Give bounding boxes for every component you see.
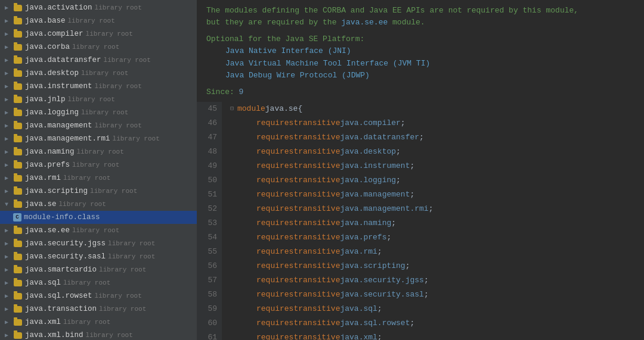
tree-item-java-activation[interactable]: ▶java.activationlibrary root bbox=[0, 1, 197, 14]
tree-item-java-management-rmi[interactable]: ▶java.management.rmilibrary root bbox=[0, 132, 197, 145]
tree-arrow: ▶ bbox=[5, 161, 13, 169]
tree-item-java-naming[interactable]: ▶java.naminglibrary root bbox=[0, 145, 197, 158]
dep-name: java.rmi bbox=[340, 246, 377, 258]
code-line: requires transitive java.rmi; bbox=[228, 245, 638, 259]
tree-item-label: library root bbox=[59, 201, 106, 208]
folder-icon bbox=[13, 200, 23, 208]
kw-transitive: transitive bbox=[293, 117, 340, 130]
code-content[interactable]: ⊟module java.se {requires transitive jav… bbox=[222, 102, 644, 340]
semicolon: ; bbox=[410, 189, 414, 201]
code-line: requires transitive java.compiler; bbox=[228, 116, 638, 130]
semicolon: ; bbox=[424, 275, 429, 287]
kw-requires: requires bbox=[256, 203, 293, 216]
tree-arrow: ▶ bbox=[5, 4, 13, 11]
kw-transitive: transitive bbox=[293, 217, 340, 230]
tree-item-java-instrument[interactable]: ▶java.instrumentlibrary root bbox=[0, 80, 197, 93]
tree-item-java-jnlp[interactable]: ▶java.jnlplibrary root bbox=[0, 93, 197, 106]
tree-item-java-compiler[interactable]: ▶java.compilerlibrary root bbox=[0, 27, 197, 40]
kw-requires: requires bbox=[256, 217, 293, 230]
module-name: java.se bbox=[265, 103, 298, 116]
tree-item-java-datatransfer[interactable]: ▶java.datatransferlibrary root bbox=[0, 54, 197, 67]
tree-item-name: java.logging bbox=[25, 108, 79, 117]
class-file-icon: C bbox=[13, 213, 21, 222]
tree-item-java-sql[interactable]: ▶java.sqllibrary root bbox=[0, 276, 197, 289]
folder-icon bbox=[13, 30, 23, 38]
kw-transitive: transitive bbox=[293, 332, 340, 340]
tree-item-label: library root bbox=[63, 279, 110, 286]
dep-name: java.datatransfer bbox=[340, 132, 419, 144]
tree-arrow: ▶ bbox=[5, 292, 13, 300]
line-number: 48 bbox=[202, 145, 217, 159]
since-value: 9 bbox=[239, 88, 244, 96]
dep-name: java.instrument bbox=[340, 160, 410, 173]
tree-item-java-scripting[interactable]: ▶java.scriptinglibrary root bbox=[0, 185, 197, 198]
kw-module: module bbox=[237, 103, 265, 116]
file-tree[interactable]: ▶java.activationlibrary root▶java.baseli… bbox=[0, 0, 197, 340]
tree-item-java-corba[interactable]: ▶java.corbalibrary root bbox=[0, 40, 197, 54]
doc-line2: but they are required by the java.se.ee … bbox=[206, 17, 634, 29]
tree-item-java-se-ee[interactable]: ▶java.se.eelibrary root bbox=[0, 224, 197, 237]
folder-icon bbox=[13, 95, 23, 104]
kw-transitive: transitive bbox=[293, 317, 340, 330]
folder-icon bbox=[13, 279, 23, 287]
kw-transitive: transitive bbox=[293, 232, 340, 244]
tree-arrow: ▶ bbox=[5, 83, 13, 90]
kw-requires: requires bbox=[256, 232, 293, 244]
tree-item-java-security-sasl[interactable]: ▶java.security.sasllibrary root bbox=[0, 250, 197, 263]
doc-link: java.se.ee bbox=[341, 18, 388, 27]
folder-icon bbox=[13, 82, 23, 91]
tree-item-module-info[interactable]: Cmodule-info.class bbox=[0, 211, 197, 224]
folder-icon bbox=[13, 17, 23, 25]
tree-item-label: library root bbox=[95, 83, 142, 90]
kw-transitive: transitive bbox=[293, 189, 340, 201]
kw-requires: requires bbox=[256, 246, 293, 258]
tree-item-java-rmi[interactable]: ▶java.rmilibrary root bbox=[0, 171, 197, 185]
folder-icon bbox=[13, 108, 23, 117]
code-line: requires transitive java.scripting; bbox=[228, 259, 638, 273]
tree-item-java-management[interactable]: ▶java.managementlibrary root bbox=[0, 119, 197, 132]
folder-icon bbox=[13, 305, 23, 313]
tree-arrow: ▶ bbox=[5, 135, 13, 142]
tree-item-java-prefs[interactable]: ▶java.prefslibrary root bbox=[0, 158, 197, 171]
tree-arrow: ▶ bbox=[5, 70, 13, 77]
tree-item-java-smartcardio[interactable]: ▶java.smartcardiolibrary root bbox=[0, 263, 197, 276]
dep-name: java.sql bbox=[340, 303, 377, 316]
folder-icon bbox=[13, 239, 23, 248]
tree-item-label: library root bbox=[95, 4, 142, 11]
tree-item-java-security-jgss[interactable]: ▶java.security.jgsslibrary root bbox=[0, 237, 197, 250]
tree-item-label: library root bbox=[113, 135, 160, 142]
kw-requires: requires bbox=[256, 132, 293, 144]
dep-name: java.prefs bbox=[340, 232, 386, 244]
tree-item-java-logging[interactable]: ▶java.logginglibrary root bbox=[0, 106, 197, 119]
tree-arrow: ▶ bbox=[5, 148, 13, 155]
semicolon: ; bbox=[377, 332, 382, 340]
dep-name: java.security.jgss bbox=[340, 275, 423, 287]
kw-requires: requires bbox=[256, 332, 293, 340]
tree-item-name: java.compiler bbox=[25, 30, 83, 38]
kw-requires: requires bbox=[256, 317, 293, 330]
tree-item-java-transaction[interactable]: ▶java.transactionlibrary root bbox=[0, 302, 197, 316]
doc-line1: The modules defining the CORBA and Java … bbox=[206, 5, 634, 17]
semicolon: ; bbox=[396, 146, 401, 158]
tree-arrow: ▶ bbox=[5, 17, 13, 24]
tree-item-java-base[interactable]: ▶java.baselibrary root bbox=[0, 14, 197, 27]
line-number: 49 bbox=[202, 159, 217, 173]
dep-name: java.naming bbox=[340, 217, 391, 230]
tree-item-java-sql-rowset[interactable]: ▶java.sql.rowsetlibrary root bbox=[0, 289, 197, 302]
tree-item-label: library root bbox=[81, 70, 128, 77]
code-line: requires transitive java.logging; bbox=[228, 173, 638, 188]
semicolon: ; bbox=[410, 317, 414, 330]
line-number: 46 bbox=[202, 116, 217, 130]
line-number: 61 bbox=[202, 330, 217, 340]
tree-arrow: ▶ bbox=[5, 253, 13, 260]
dep-name: java.logging bbox=[340, 174, 396, 187]
fold-open-btn[interactable]: ⊟ bbox=[228, 105, 236, 113]
doc-jvmti: Java Virtual Machine Tool Interface (JVM… bbox=[206, 58, 634, 70]
tree-item-java-xml[interactable]: ▶java.xmllibrary root bbox=[0, 316, 197, 329]
tree-item-java-xml-bind[interactable]: ▶java.xml.bindlibrary root bbox=[0, 329, 197, 340]
code-line: requires transitive java.instrument; bbox=[228, 159, 638, 173]
tree-item-java-se[interactable]: ▼java.selibrary root bbox=[0, 198, 197, 211]
kw-transitive: transitive bbox=[293, 275, 340, 287]
tree-item-java-desktop[interactable]: ▶java.desktoplibrary root bbox=[0, 67, 197, 80]
tree-arrow: ▶ bbox=[5, 240, 13, 247]
